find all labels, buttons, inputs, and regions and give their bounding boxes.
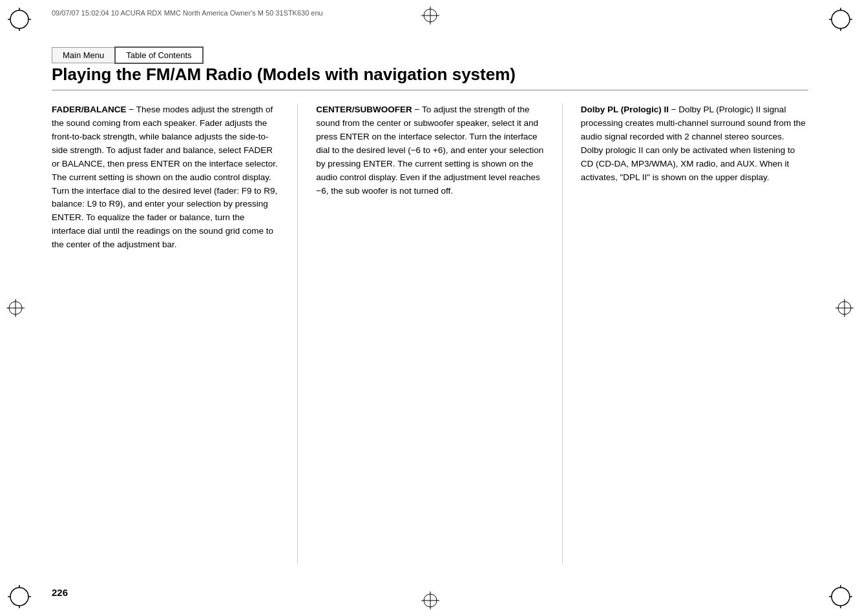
- corner-decoration-tr: [829, 8, 852, 31]
- col3-body: Dolby PL (Prologic) II signal processing…: [581, 105, 806, 182]
- col1-separator: −: [127, 105, 136, 114]
- nav-buttons: Main Menu Table of Contents: [52, 46, 204, 64]
- corner-decoration-tl: [8, 8, 31, 31]
- col1-heading: FADER/BALANCE: [52, 105, 127, 114]
- col2-heading: CENTER/SUBWOOFER: [316, 105, 412, 114]
- col3-separator: −: [669, 105, 678, 114]
- reg-mark-left: [6, 299, 25, 317]
- content-col-3: Dolby PL (Prologic) II − Dolby PL (Prolo…: [563, 103, 808, 564]
- content-col-2: CENTER/SUBWOOFER − To adjust the strengt…: [298, 103, 562, 564]
- svg-point-5: [832, 10, 850, 28]
- col3-heading: Dolby PL (Prologic) II: [581, 105, 669, 114]
- col1-body: These modes adjust the strength of the s…: [52, 105, 278, 249]
- svg-point-0: [10, 10, 28, 28]
- meta-text: 09/07/07 15:02:04 10 ACURA RDX MMC North…: [52, 9, 323, 17]
- col3-text: Dolby PL (Prologic) II − Dolby PL (Prolo…: [581, 103, 808, 185]
- svg-point-15: [832, 588, 850, 606]
- col2-body: To adjust the strength of the sound from…: [316, 105, 543, 196]
- col2-separator: −: [412, 105, 422, 114]
- corner-decoration-bl: [8, 585, 31, 608]
- page-title: Playing the FM/AM Radio (Models with nav…: [52, 65, 808, 85]
- reg-mark-right: [835, 299, 854, 317]
- content-area: FADER/BALANCE − These modes adjust the s…: [52, 103, 808, 564]
- page-number: 226: [52, 587, 68, 598]
- svg-point-10: [10, 588, 28, 606]
- page-title-area: Playing the FM/AM Radio (Models with nav…: [52, 65, 808, 90]
- main-menu-button[interactable]: Main Menu: [52, 47, 114, 63]
- col2-text: CENTER/SUBWOOFER − To adjust the strengt…: [316, 103, 543, 198]
- reg-mark-bottom: [421, 591, 439, 610]
- content-col-1: FADER/BALANCE − These modes adjust the s…: [52, 103, 298, 564]
- toc-button[interactable]: Table of Contents: [114, 46, 203, 64]
- meta-bar: 09/07/07 15:02:04 10 ACURA RDX MMC North…: [52, 9, 808, 17]
- corner-decoration-br: [829, 585, 852, 608]
- page-wrapper: 09/07/07 15:02:04 10 ACURA RDX MMC North…: [0, 0, 860, 616]
- col1-text: FADER/BALANCE − These modes adjust the s…: [52, 103, 279, 252]
